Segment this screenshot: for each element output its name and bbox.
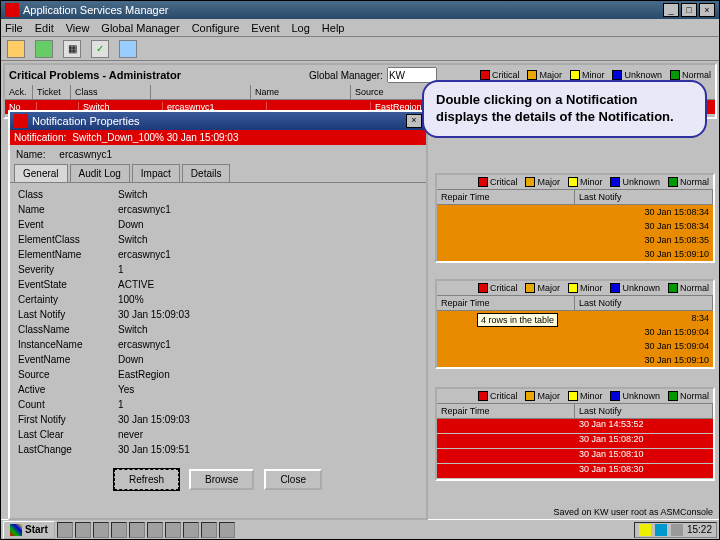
col-ticket[interactable]: Ticket bbox=[33, 85, 71, 99]
property-key: Name bbox=[18, 204, 118, 215]
list-item[interactable]: 30 Jan 15:09:10 bbox=[437, 353, 713, 367]
start-button[interactable]: Start bbox=[3, 521, 55, 539]
list-item[interactable]: 30 Jan 15:08:34 bbox=[437, 219, 713, 233]
repair-time-col[interactable]: Repair Time bbox=[437, 190, 575, 204]
list-item[interactable]: 30 Jan 15:08:20 bbox=[437, 434, 713, 448]
property-row: Severity1 bbox=[18, 262, 418, 277]
repair-time-col[interactable]: Repair Time bbox=[437, 296, 575, 310]
last-notify-col[interactable]: Last Notify bbox=[575, 296, 713, 310]
task-item[interactable] bbox=[201, 522, 217, 538]
col-source[interactable]: Source bbox=[351, 85, 431, 99]
clock: 15:22 bbox=[687, 524, 712, 535]
list-item[interactable]: 30 Jan 15:08:35 bbox=[437, 233, 713, 247]
menu-view[interactable]: View bbox=[66, 22, 90, 34]
property-value: ercaswnyc1 bbox=[118, 339, 171, 350]
tab-general[interactable]: General bbox=[14, 164, 68, 182]
legend-normal: Normal bbox=[682, 70, 711, 80]
last-notify-col[interactable]: Last Notify bbox=[575, 404, 713, 418]
maximize-button[interactable]: □ bbox=[681, 3, 697, 17]
menubar: File Edit View Global Manager Configure … bbox=[1, 19, 719, 37]
property-value: ercaswnyc1 bbox=[118, 249, 171, 260]
list-item[interactable]: 30 Jan 15:09:04 bbox=[437, 339, 713, 353]
property-value: Down bbox=[118, 219, 144, 230]
task-item[interactable] bbox=[147, 522, 163, 538]
property-key: ElementName bbox=[18, 249, 118, 260]
tab-impact[interactable]: Impact bbox=[132, 164, 180, 182]
task-item[interactable] bbox=[219, 522, 235, 538]
task-item[interactable] bbox=[93, 522, 109, 538]
menu-help[interactable]: Help bbox=[322, 22, 345, 34]
tab-audit-log[interactable]: Audit Log bbox=[70, 164, 130, 182]
close-dialog-button[interactable]: Close bbox=[264, 469, 322, 490]
menu-configure[interactable]: Configure bbox=[192, 22, 240, 34]
saved-status: Saved on KW user root as ASMConsole bbox=[553, 507, 713, 517]
property-row: Last Notify30 Jan 15:09:03 bbox=[18, 307, 418, 322]
window-controls: _ □ × bbox=[663, 3, 715, 17]
dialog-icon bbox=[14, 114, 28, 128]
sheet-icon[interactable] bbox=[119, 40, 137, 58]
task-item[interactable] bbox=[57, 522, 73, 538]
minimize-button[interactable]: _ bbox=[663, 3, 679, 17]
property-value: Switch bbox=[118, 324, 147, 335]
list-item[interactable]: 30 Jan 14:53:52 bbox=[437, 419, 713, 433]
tray-icon[interactable] bbox=[639, 524, 651, 536]
system-tray: 15:22 bbox=[634, 522, 717, 538]
menu-global-manager[interactable]: Global Manager bbox=[101, 22, 179, 34]
repair-time-col[interactable]: Repair Time bbox=[437, 404, 575, 418]
minor-icon bbox=[570, 70, 580, 80]
task-item[interactable] bbox=[183, 522, 199, 538]
tray-icon[interactable] bbox=[655, 524, 667, 536]
property-key: First Notify bbox=[18, 414, 118, 425]
open-icon[interactable] bbox=[7, 40, 25, 58]
list-item[interactable]: 30 Jan 15:08:34 bbox=[437, 205, 713, 219]
grid-icon[interactable]: ▦ bbox=[63, 40, 81, 58]
dialog-close-button[interactable]: × bbox=[406, 114, 422, 128]
col-name[interactable]: Name bbox=[251, 85, 351, 99]
refresh-button[interactable]: Refresh bbox=[114, 469, 179, 490]
property-row: Nameercaswnyc1 bbox=[18, 202, 418, 217]
sub-panel-3: Critical Major Minor Unknown Normal Repa… bbox=[435, 387, 715, 481]
list-item[interactable]: 30 Jan 15:09:04 bbox=[437, 325, 713, 339]
task-item[interactable] bbox=[129, 522, 145, 538]
tab-details[interactable]: Details bbox=[182, 164, 231, 182]
app-icon bbox=[5, 3, 19, 17]
gm-label: Global Manager: bbox=[309, 70, 383, 81]
list-item[interactable]: 30 Jan 15:09:10 bbox=[437, 247, 713, 261]
browse-button[interactable]: Browse bbox=[189, 469, 254, 490]
menu-event[interactable]: Event bbox=[251, 22, 279, 34]
col-class[interactable]: Class bbox=[71, 85, 151, 99]
property-value: Down bbox=[118, 354, 144, 365]
list-item[interactable]: 30 Jan 15:08:30 bbox=[437, 464, 713, 478]
check-icon[interactable]: ✓ bbox=[91, 40, 109, 58]
property-value: 1 bbox=[118, 264, 124, 275]
property-row: ClassSwitch bbox=[18, 187, 418, 202]
menu-log[interactable]: Log bbox=[291, 22, 309, 34]
property-row: Last Clearnever bbox=[18, 427, 418, 442]
tray-icon[interactable] bbox=[671, 524, 683, 536]
last-notify-col[interactable]: Last Notify bbox=[575, 190, 713, 204]
property-key: ClassName bbox=[18, 324, 118, 335]
task-item[interactable] bbox=[165, 522, 181, 538]
property-value: never bbox=[118, 429, 143, 440]
dialog-titlebar: Notification Properties × bbox=[10, 112, 426, 130]
list-item[interactable]: 30 Jan 15:08:10 bbox=[437, 449, 713, 463]
menu-edit[interactable]: Edit bbox=[35, 22, 54, 34]
task-item[interactable] bbox=[111, 522, 127, 538]
major-icon bbox=[527, 70, 537, 80]
task-item[interactable] bbox=[75, 522, 91, 538]
property-value: 30 Jan 15:09:03 bbox=[118, 414, 190, 425]
property-key: Last Notify bbox=[18, 309, 118, 320]
gm-select[interactable] bbox=[387, 67, 437, 83]
property-key: Last Clear bbox=[18, 429, 118, 440]
sub-panel-2: Critical Major Minor Unknown Normal Repa… bbox=[435, 279, 715, 369]
legend-minor: Minor bbox=[582, 70, 605, 80]
menu-file[interactable]: File bbox=[5, 22, 23, 34]
save-icon[interactable] bbox=[35, 40, 53, 58]
close-button[interactable]: × bbox=[699, 3, 715, 17]
tooltip: 4 rows in the table bbox=[477, 313, 558, 327]
col-blank[interactable] bbox=[151, 85, 251, 99]
col-ack[interactable]: Ack. bbox=[5, 85, 33, 99]
dialog-buttons: Refresh Browse Close bbox=[10, 463, 426, 496]
window-title: Application Services Manager bbox=[23, 4, 169, 16]
unknown-icon bbox=[612, 70, 622, 80]
